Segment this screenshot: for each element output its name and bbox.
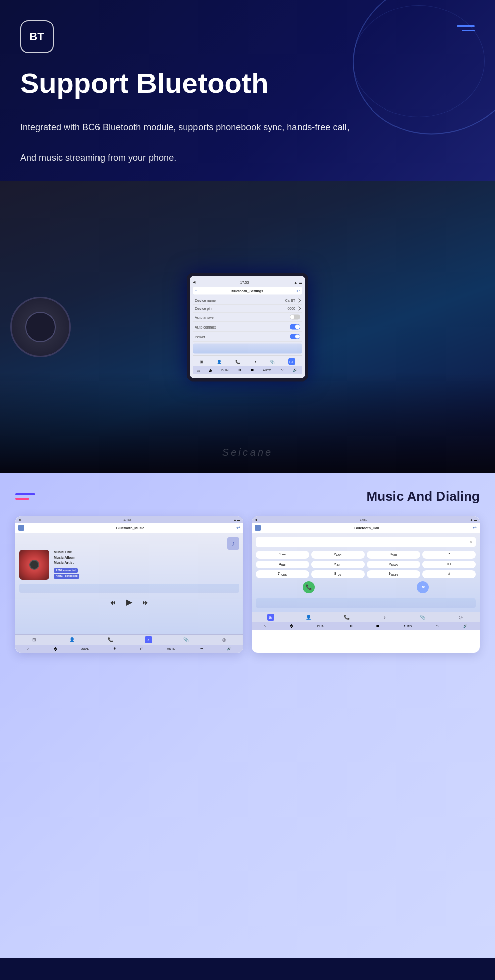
steering-inner <box>25 312 56 342</box>
music-back-btn[interactable]: ◀ <box>18 518 21 521</box>
call-back-btn[interactable]: ◀ <box>255 518 257 521</box>
nav-clip-icon[interactable]: 📎 <box>270 359 275 364</box>
music-back-icon[interactable]: ↩ <box>236 525 240 530</box>
bottom-nav: ⊞ 👤 📞 ♪ 📎 BT <box>193 356 302 366</box>
music-nav: ⊞ 👤 📞 ♪ 📎 ◎ <box>15 634 243 645</box>
dual-btn: DUAL <box>221 369 229 372</box>
call-nav-music[interactable]: ♪ <box>381 614 388 621</box>
music-wave <box>19 584 239 593</box>
music-info: Music Title Music Album Music Artist A2D… <box>54 550 239 579</box>
call-home-icon[interactable] <box>255 525 261 531</box>
section-label: Music And Dialing <box>367 488 480 504</box>
seicane-watermark: Seicane <box>222 447 273 458</box>
clear-btn[interactable]: ✕ <box>469 540 473 545</box>
head-unit: ◀ 17:53 ▲ ▬ ⌂ Bluetooth_Settings ↩ Devic… <box>187 273 308 382</box>
csys-power[interactable]: ⏻ <box>290 624 293 628</box>
dialpad: 1 — 2ABC 3DEF * 4GHI 5JKL 6MNO 0 + 7PQRS… <box>256 551 476 578</box>
fan-btn[interactable]: 〜 <box>280 368 284 373</box>
key-7[interactable]: 7PQRS <box>256 570 309 578</box>
nav-grid-icon[interactable]: ⊞ <box>200 359 203 364</box>
subtitle: Integrated with BC6 Bluetooth module, su… <box>20 120 475 166</box>
key-3[interactable]: 3DEF <box>367 551 420 558</box>
auto-answer-label: Auto answer <box>195 315 215 319</box>
key-hash[interactable]: # <box>422 570 476 578</box>
nav-person[interactable]: 👤 <box>69 636 76 643</box>
key-6[interactable]: 6MNO <box>367 561 420 568</box>
menu-icon[interactable] <box>457 25 475 31</box>
car-section: ◀ 17:53 ▲ ▬ ⌂ Bluetooth_Settings ↩ Devic… <box>0 181 495 473</box>
key-8[interactable]: 8TUV <box>311 570 365 578</box>
nav-phone-icon[interactable]: 📞 <box>235 359 240 364</box>
call-button[interactable]: 📞 <box>303 581 315 593</box>
system-bar: ⌂ ⏻ DUAL ❄ ⇄ AUTO 〜 🔊 <box>193 366 302 374</box>
next-btn[interactable]: ⏭ <box>142 598 150 606</box>
key-2[interactable]: 2ABC <box>311 551 365 558</box>
nav-clip[interactable]: 📎 <box>183 636 190 643</box>
music-note-icon: ♪ <box>227 537 239 550</box>
auto-connect-toggle[interactable] <box>290 324 300 330</box>
sys-power[interactable]: ⏻ <box>54 647 57 651</box>
nav-eye[interactable]: ◎ <box>221 636 228 643</box>
sys-dual: DUAL <box>81 647 89 650</box>
nav-phone[interactable]: 📞 <box>107 636 114 643</box>
key-1[interactable]: 1 — <box>256 551 309 558</box>
screen-row-power[interactable]: Power <box>193 332 302 342</box>
key-4[interactable]: 4GHI <box>256 561 309 568</box>
screen-row-auto-connect[interactable]: Auto connect <box>193 322 302 332</box>
prev-btn[interactable]: ⏮ <box>109 598 116 606</box>
call-back-icon[interactable]: ↩ <box>473 525 477 530</box>
key-star[interactable]: * <box>422 551 476 558</box>
music-content: ♪ Music Title Music Album Music Artist <box>15 533 243 634</box>
snow-btn[interactable]: ❄ <box>238 368 241 372</box>
call-nav-clip[interactable]: 📎 <box>419 614 426 621</box>
home-btn[interactable]: ⌂ <box>197 368 200 372</box>
csys-sync[interactable]: ⇄ <box>376 624 379 628</box>
call-nav-phone[interactable]: 📞 <box>343 614 350 621</box>
screen-row-auto-answer[interactable]: Auto answer <box>193 313 302 322</box>
music-header: Bluetooth_Music ↩ <box>15 523 243 533</box>
menu-line-1 <box>457 25 475 27</box>
bottom-section: Music And Dialing ◀ 17:53 ▲ ▬ Bluetooth_… <box>0 473 495 958</box>
recall-button[interactable]: Re <box>417 581 429 593</box>
key-5[interactable]: 5JKL <box>311 561 365 568</box>
sys-sync[interactable]: ⇄ <box>140 647 143 651</box>
sync-btn[interactable]: ⇄ <box>251 368 254 372</box>
csys-snow[interactable]: ❄ <box>350 624 353 628</box>
screen-back[interactable]: ↩ <box>296 289 300 293</box>
call-nav-person[interactable]: 👤 <box>305 614 312 621</box>
sys-snow[interactable]: ❄ <box>113 647 116 651</box>
csys-fan[interactable]: 〜 <box>436 624 439 629</box>
nav-person-icon[interactable]: 👤 <box>217 359 222 364</box>
vol-btn[interactable]: 🔊 <box>293 368 298 372</box>
csys-vol[interactable]: 🔊 <box>463 624 468 628</box>
csys-home[interactable]: ⌂ <box>264 624 266 628</box>
power-btn[interactable]: ⏻ <box>209 368 212 372</box>
screens-row: ◀ 17:53 ▲ ▬ Bluetooth_Music ↩ ♪ <box>15 516 480 653</box>
play-btn[interactable]: ▶ <box>126 597 132 607</box>
screen-back-btn[interactable]: ◀ <box>193 280 195 284</box>
power-toggle[interactable] <box>290 334 300 339</box>
page-title: Support Bluetooth <box>20 68 475 99</box>
call-input[interactable]: ✕ <box>256 537 476 547</box>
chevron-right-icon-2 <box>296 306 301 310</box>
call-screen-wrap: ◀ 17:53 ▲ ▬ Bluetooth_Call ↩ ✕ <box>252 516 480 653</box>
screen-row-device-name[interactable]: Device name CarBT <box>193 297 302 305</box>
section-lines <box>15 493 35 500</box>
header-top: BT <box>20 20 475 53</box>
wave-decoration <box>193 344 302 354</box>
call-nav-eye[interactable]: ◎ <box>457 614 464 621</box>
nav-music-active[interactable]: ♪ <box>145 636 152 643</box>
sys-vol[interactable]: 🔊 <box>227 647 231 651</box>
key-0[interactable]: 0 + <box>422 561 476 568</box>
nav-music-icon[interactable]: ♪ <box>254 359 256 364</box>
auto-answer-toggle[interactable] <box>290 315 300 320</box>
screen-row-device-pin[interactable]: Device pin 0000 <box>193 305 302 313</box>
sys-fan[interactable]: 〜 <box>200 646 203 651</box>
nav-bt-btn[interactable]: BT <box>288 358 295 365</box>
call-title-bar: Bluetooth_Call <box>354 526 379 530</box>
sys-home[interactable]: ⌂ <box>27 647 29 651</box>
key-9[interactable]: 9WXYZ <box>367 570 420 578</box>
nav-grid[interactable]: ⊞ <box>31 636 38 643</box>
music-home-icon[interactable] <box>18 525 24 531</box>
call-nav-grid[interactable]: ⊞ <box>267 614 274 621</box>
